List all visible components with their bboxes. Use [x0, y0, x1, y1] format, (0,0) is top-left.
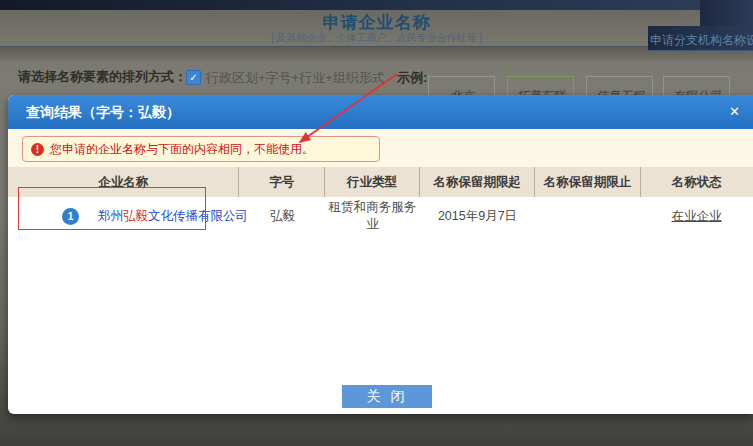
arrange-mode-checkbox[interactable]: ✓ [186, 70, 201, 85]
col-header-industry: 行业类型 [324, 167, 419, 197]
warning-strip: ! 您申请的企业名称与下面的内容相同，不能使用。 [8, 129, 753, 167]
company-name-cell: 1 郑州弘毅文化传播有限公司 [8, 208, 240, 225]
trade-name-cell: 弘毅 [240, 208, 325, 225]
company-name-highlight: 弘毅 [123, 209, 148, 223]
close-button[interactable]: 关 闭 [342, 385, 432, 408]
warning-text: 您申请的企业名称与下面的内容相同，不能使用。 [50, 141, 314, 158]
table-header: 企业名称 字号 行业类型 名称保留期限起 名称保留期限止 名称状态 [8, 167, 753, 197]
check-icon: ✓ [189, 72, 197, 83]
reserve-start-cell: 2015年9月7日 [420, 208, 535, 225]
company-name-prefix: 郑州 [98, 209, 123, 223]
table-row: 1 郑州弘毅文化传播有限公司 弘毅 租赁和商务服务业 2015年9月7日 在业企… [8, 197, 753, 235]
page-subtitle: [ 及其他企业、个体工商户、农民专业合作社等 ] [0, 31, 753, 45]
branch-name-link[interactable]: 申请分支机构名称设 [650, 32, 753, 49]
col-header-status: 名称状态 [640, 167, 753, 197]
arrange-mode-option-label: 行政区划+字号+行业+组织形式 [206, 69, 385, 87]
status-link[interactable]: 在业企业 [672, 209, 722, 223]
warning-icon: ! [31, 143, 44, 156]
col-header-reserve-end: 名称保留期限止 [534, 167, 639, 197]
company-name-suffix: 文化传播有限公司 [148, 209, 248, 223]
modal-header: 查询结果（字号：弘毅） ✕ [8, 95, 753, 129]
close-icon[interactable]: ✕ [729, 95, 740, 129]
warning-box: ! 您申请的企业名称与下面的内容相同，不能使用。 [22, 136, 380, 162]
company-name-link[interactable]: 郑州弘毅文化传播有限公司 [98, 208, 248, 225]
arrange-mode-label: 请选择名称要素的排列方式： [18, 68, 187, 86]
col-header-company-name: 企业名称 [8, 167, 238, 197]
screen: 申请企业名称 [ 及其他企业、个体工商户、农民专业合作社等 ] 申请分支机构名称… [0, 0, 753, 446]
row-index-badge: 1 [62, 208, 79, 225]
status-cell: 在业企业 [640, 208, 753, 225]
page-header-sub-band [0, 47, 753, 61]
col-header-trade-name: 字号 [238, 167, 323, 197]
modal-title: 查询结果（字号：弘毅） [26, 95, 180, 129]
query-result-modal: 查询结果（字号：弘毅） ✕ ! 您申请的企业名称与下面的内容相同，不能使用。 企… [8, 95, 753, 414]
col-header-reserve-start: 名称保留期限起 [419, 167, 534, 197]
top-navy-bar [0, 0, 753, 10]
example-label: 示例: [397, 69, 427, 87]
industry-cell: 租赁和商务服务业 [325, 199, 420, 233]
